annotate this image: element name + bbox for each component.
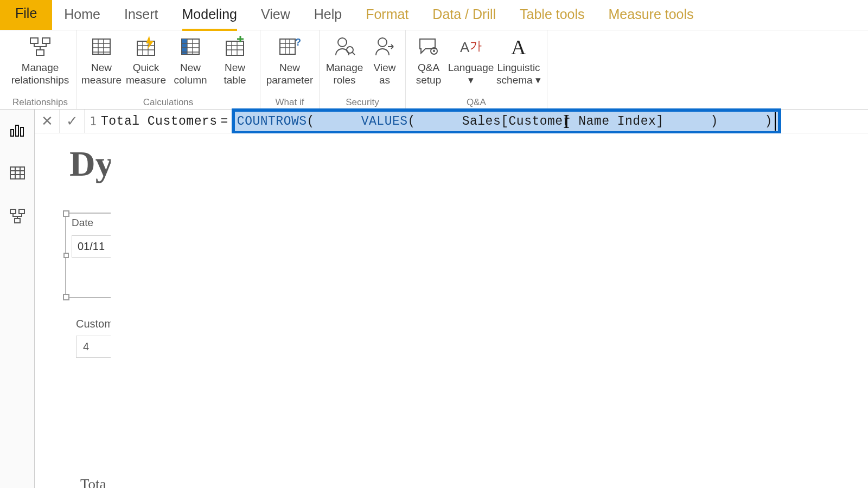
paren: ( bbox=[408, 114, 416, 129]
qa-setup-button[interactable]: Q&A setup bbox=[409, 34, 448, 87]
svg-text:A: A bbox=[460, 39, 470, 55]
svg-rect-19 bbox=[16, 125, 18, 136]
menu-insert[interactable]: Insert bbox=[112, 0, 170, 30]
svg-rect-0 bbox=[30, 38, 38, 43]
table-ref: Sales bbox=[462, 114, 501, 129]
formula-line-number: 1 bbox=[85, 115, 101, 128]
ribbon-btn-label: relationships bbox=[11, 74, 69, 87]
svg-rect-8 bbox=[280, 39, 295, 54]
ribbon-btn-label: Language bbox=[448, 62, 494, 74]
language-button[interactable]: A가 Language ▾ bbox=[449, 34, 493, 87]
new-table-button[interactable]: New table bbox=[213, 34, 257, 87]
ribbon-btn-label: ▾ bbox=[468, 74, 474, 87]
equals-sign: = bbox=[218, 114, 232, 129]
view-rail bbox=[0, 110, 35, 488]
ribbon-group-calculations: New measure Quick measure New column bbox=[76, 30, 260, 109]
commit-formula-button[interactable]: ✓ bbox=[60, 110, 85, 133]
ribbon-group-relationships: Manage relationships Relationships bbox=[4, 30, 76, 109]
svg-text:가: 가 bbox=[470, 39, 482, 53]
svg-text:A: A bbox=[511, 36, 526, 57]
model-icon bbox=[9, 208, 26, 225]
formula-bar[interactable]: ✕ ✓ 1 Total Customers = COUNTROWS ( VALU… bbox=[35, 110, 868, 133]
svg-rect-21 bbox=[10, 167, 24, 179]
text-caret bbox=[775, 112, 776, 131]
menu-measure-tools[interactable]: Measure tools bbox=[597, 0, 706, 30]
ribbon-group-security: Manage roles View as Security bbox=[320, 30, 406, 109]
grid-col-icon bbox=[180, 34, 201, 60]
file-tab[interactable]: File bbox=[0, 0, 52, 30]
ribbon-btn-label: Manage bbox=[326, 62, 363, 74]
svg-point-14 bbox=[433, 50, 435, 52]
svg-rect-20 bbox=[21, 127, 23, 136]
quick-measure-button[interactable]: Quick measure bbox=[124, 34, 168, 87]
svg-rect-18 bbox=[11, 130, 14, 136]
fn-countrows: COUNTROWS bbox=[237, 114, 307, 129]
ribbon-btn-label: parameter bbox=[266, 74, 314, 87]
formula-dropdown-panel bbox=[111, 133, 868, 488]
ribbon-btn-label: New bbox=[279, 62, 300, 74]
i-beam-cursor-icon: I bbox=[563, 110, 570, 133]
table-icon bbox=[9, 164, 26, 182]
ribbon-group-label: Relationships bbox=[8, 97, 73, 109]
ribbon-btn-label: roles bbox=[333, 74, 355, 87]
ribbon-btn-label: Q&A bbox=[418, 62, 439, 74]
formula-input[interactable]: Total Customers = COUNTROWS ( VALUES ( S… bbox=[101, 108, 781, 134]
relationships-icon bbox=[29, 34, 51, 60]
model-view-button[interactable] bbox=[7, 206, 28, 227]
menu-table-tools[interactable]: Table tools bbox=[508, 0, 597, 30]
chat-gear-icon bbox=[418, 34, 439, 60]
ribbon-btn-label: setup bbox=[416, 74, 441, 87]
svg-rect-1 bbox=[42, 38, 50, 43]
page-title: Dy bbox=[35, 133, 111, 184]
menu-modeling[interactable]: Modeling bbox=[170, 0, 249, 30]
ribbon-btn-label: as bbox=[379, 74, 390, 87]
svg-text:?: ? bbox=[295, 37, 301, 48]
ribbon-btn-label: Manage bbox=[22, 62, 59, 74]
ribbon-btn-label: measure bbox=[126, 74, 166, 87]
view-as-button[interactable]: View as bbox=[367, 34, 402, 87]
ribbon: Manage relationships Relationships New m… bbox=[0, 30, 868, 110]
menu-home[interactable]: Home bbox=[52, 0, 112, 30]
menu-help[interactable]: Help bbox=[302, 0, 354, 30]
new-measure-button[interactable]: New measure bbox=[80, 34, 123, 87]
report-canvas[interactable]: Dy Date 01/11 Custom 4 Tota bbox=[35, 133, 111, 488]
date-slicer-visual[interactable]: Date 01/11 bbox=[65, 213, 111, 298]
manage-relationships-button[interactable]: Manage relationships bbox=[8, 34, 73, 87]
slicer-value[interactable]: 01/11 bbox=[72, 235, 111, 258]
measure-name: Total Customers bbox=[101, 114, 218, 129]
report-view-button[interactable] bbox=[7, 119, 28, 140]
person-search-icon bbox=[334, 34, 355, 60]
linguistic-schema-button[interactable]: A Linguistic schema ▾ bbox=[494, 34, 544, 87]
ribbon-btn-label: measure bbox=[81, 74, 122, 87]
ribbon-btn-label: New bbox=[180, 62, 201, 74]
bigA-icon: A bbox=[508, 34, 529, 60]
ribbon-btn-label: New bbox=[91, 62, 112, 74]
new-column-button[interactable]: New column bbox=[169, 34, 212, 87]
slicer-label: Date bbox=[66, 214, 111, 232]
ribbon-btn-label: column bbox=[174, 74, 207, 87]
svg-rect-2 bbox=[36, 50, 44, 55]
menu-data-drill[interactable]: Data / Drill bbox=[420, 0, 508, 30]
column-ref: Customer Name Index bbox=[509, 114, 656, 129]
grid-icon bbox=[91, 34, 112, 60]
ribbon-btn-label: Linguistic bbox=[497, 62, 540, 74]
svg-rect-4 bbox=[137, 41, 155, 55]
manage-roles-button[interactable]: Manage roles bbox=[323, 34, 366, 87]
menu-format[interactable]: Format bbox=[354, 0, 420, 30]
menubar: File Home Insert Modeling View Help Form… bbox=[0, 0, 868, 30]
ribbon-btn-label: View bbox=[374, 62, 396, 74]
ribbon-btn-label: New bbox=[225, 62, 245, 74]
menu-view[interactable]: View bbox=[249, 0, 302, 30]
slicer-value[interactable]: 4 bbox=[76, 336, 111, 358]
cancel-formula-button[interactable]: ✕ bbox=[35, 110, 60, 133]
svg-rect-23 bbox=[19, 209, 24, 214]
data-view-button[interactable] bbox=[7, 163, 28, 183]
fn-values: VALUES bbox=[361, 114, 408, 129]
lang-icon: A가 bbox=[460, 34, 482, 60]
ribbon-group-label: What if bbox=[264, 97, 316, 109]
grid-plus-icon bbox=[224, 34, 246, 60]
customers-slicer-visual[interactable]: Custom 4 bbox=[76, 318, 111, 358]
grid-q-icon: ? bbox=[279, 34, 301, 60]
new-parameter-button[interactable]: ? New parameter bbox=[264, 34, 316, 87]
total-label: Tota bbox=[80, 476, 106, 488]
